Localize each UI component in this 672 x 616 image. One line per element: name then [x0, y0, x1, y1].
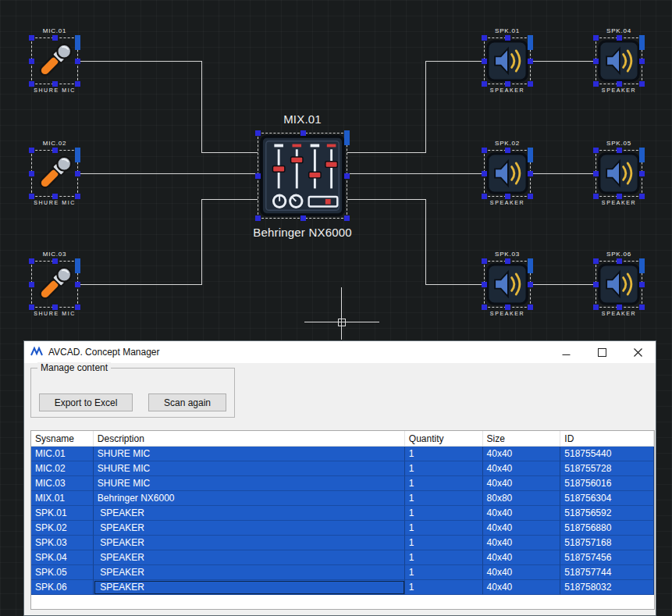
selection-handle[interactable]: [528, 171, 533, 176]
table-row-mic-02[interactable]: MIC.02SHURE MIC140x40518755728: [31, 461, 654, 476]
selection-handle[interactable]: [593, 59, 599, 64]
selection-handle[interactable]: [75, 282, 80, 287]
column-header-id[interactable]: ID: [560, 431, 654, 447]
selection-handle[interactable]: [255, 215, 261, 221]
selection-handle[interactable]: [75, 59, 80, 64]
selection-handle[interactable]: [639, 194, 645, 199]
selection-handle[interactable]: [593, 258, 599, 264]
device-mic-02[interactable]: MIC.02SHURE MIC: [31, 150, 78, 197]
column-header-sysname[interactable]: Sysname: [31, 431, 94, 447]
selection-handle[interactable]: [639, 304, 645, 310]
close-icon[interactable]: [620, 341, 656, 363]
selection-handle[interactable]: [482, 81, 487, 87]
selection-handle[interactable]: [528, 282, 533, 287]
selection-handle[interactable]: [593, 282, 599, 287]
device-spk-04[interactable]: SPK.04SPEAKER: [596, 37, 642, 84]
selection-handle[interactable]: [505, 148, 510, 153]
selection-handle[interactable]: [75, 35, 80, 50]
device-spk-03[interactable]: SPK.03SPEAKER: [484, 261, 531, 308]
table-row-spk-04[interactable]: SPK.04 SPEAKER140x40518757456: [31, 550, 654, 565]
selection-handle[interactable]: [75, 81, 80, 87]
selection-handle[interactable]: [29, 282, 34, 287]
selection-handle[interactable]: [505, 304, 510, 310]
selection-handle[interactable]: [482, 258, 487, 264]
selection-handle[interactable]: [639, 171, 645, 176]
selection-handle[interactable]: [639, 59, 645, 64]
minimize-icon[interactable]: [548, 341, 584, 363]
selection-handle[interactable]: [482, 171, 487, 176]
selection-handle[interactable]: [505, 258, 510, 264]
selection-handle[interactable]: [505, 194, 510, 199]
table-row-spk-02[interactable]: SPK.02 SPEAKER140x40518756880: [31, 521, 654, 536]
selection-handle[interactable]: [528, 304, 533, 310]
selection-handle[interactable]: [52, 81, 58, 87]
column-header-size[interactable]: Size: [483, 431, 561, 447]
selection-handle[interactable]: [75, 194, 80, 199]
selection-handle[interactable]: [639, 258, 645, 273]
selection-handle[interactable]: [52, 258, 58, 264]
selection-handle[interactable]: [482, 59, 487, 64]
selection-handle[interactable]: [593, 148, 599, 153]
window-titlebar[interactable]: AVCAD. Concept Manager: [24, 341, 656, 363]
selection-handle[interactable]: [29, 81, 34, 87]
selection-handle[interactable]: [528, 258, 533, 273]
selection-handle[interactable]: [29, 148, 34, 153]
selection-handle[interactable]: [639, 148, 645, 162]
wire[interactable]: [78, 199, 258, 284]
selection-handle[interactable]: [528, 194, 533, 199]
selection-handle[interactable]: [482, 194, 487, 199]
selection-handle[interactable]: [300, 130, 306, 136]
selection-handle[interactable]: [528, 35, 533, 50]
selection-handle[interactable]: [617, 35, 622, 41]
selection-handle[interactable]: [528, 59, 533, 64]
selection-handle[interactable]: [593, 194, 599, 199]
device-spk-02[interactable]: SPK.02SPEAKER: [484, 150, 531, 197]
selection-handle[interactable]: [75, 258, 80, 273]
selection-handle[interactable]: [344, 173, 350, 179]
scan-again-button[interactable]: Scan again: [148, 393, 226, 411]
column-header-description[interactable]: Description: [94, 431, 405, 447]
device-mic-01[interactable]: MIC.01SHURE MIC: [31, 37, 78, 84]
table-row-mix-01[interactable]: MIX.01Behringer NX6000180x80518756304: [31, 491, 654, 506]
selection-handle[interactable]: [344, 215, 350, 221]
selection-handle[interactable]: [639, 81, 645, 87]
selection-handle[interactable]: [29, 304, 34, 310]
selection-handle[interactable]: [505, 35, 510, 41]
selection-handle[interactable]: [593, 81, 599, 87]
selection-handle[interactable]: [593, 35, 599, 41]
selection-handle[interactable]: [639, 282, 645, 287]
selection-handle[interactable]: [75, 171, 80, 176]
selection-handle[interactable]: [52, 148, 58, 153]
selection-handle[interactable]: [29, 258, 34, 264]
device-spk-05[interactable]: SPK.05SPEAKER: [596, 150, 642, 197]
selection-handle[interactable]: [617, 148, 622, 153]
selection-handle[interactable]: [75, 148, 80, 162]
selection-handle[interactable]: [52, 194, 58, 199]
device-mic-03[interactable]: MIC.03SHURE MIC: [31, 261, 78, 308]
selection-handle[interactable]: [482, 282, 487, 287]
device-spk-01[interactable]: SPK.01SPEAKER: [484, 37, 531, 84]
table-row-spk-05[interactable]: SPK.05 SPEAKER140x40518757744: [31, 565, 654, 580]
device-mix-01[interactable]: MIX.01Behringer NX6000: [258, 133, 347, 219]
cad-canvas[interactable]: MIC.01SHURE MICMIC.02SHURE MICMIC.03SHUR…: [0, 0, 672, 616]
table-row-spk-03[interactable]: SPK.03 SPEAKER140x40518757168: [31, 536, 654, 550]
selection-handle[interactable]: [593, 304, 599, 310]
export-to-excel-button[interactable]: Export to Excel: [39, 393, 133, 411]
maximize-icon[interactable]: [584, 341, 620, 363]
table-row-mic-01[interactable]: MIC.01SHURE MIC140x40518755440: [31, 447, 654, 461]
selection-handle[interactable]: [617, 194, 622, 199]
selection-handle[interactable]: [482, 304, 487, 310]
selection-handle[interactable]: [617, 81, 622, 87]
table-row-spk-01[interactable]: SPK.01 SPEAKER140x40518756592: [31, 506, 654, 521]
selection-handle[interactable]: [528, 81, 533, 87]
selection-handle[interactable]: [482, 148, 487, 153]
device-spk-06[interactable]: SPK.06SPEAKER: [596, 261, 642, 308]
wire[interactable]: [78, 61, 258, 152]
selection-handle[interactable]: [639, 35, 645, 50]
selection-handle[interactable]: [29, 59, 34, 64]
selection-handle[interactable]: [29, 35, 34, 41]
selection-handle[interactable]: [52, 304, 58, 310]
selection-handle[interactable]: [29, 171, 34, 176]
selection-handle[interactable]: [505, 81, 510, 87]
selection-handle[interactable]: [482, 35, 487, 41]
